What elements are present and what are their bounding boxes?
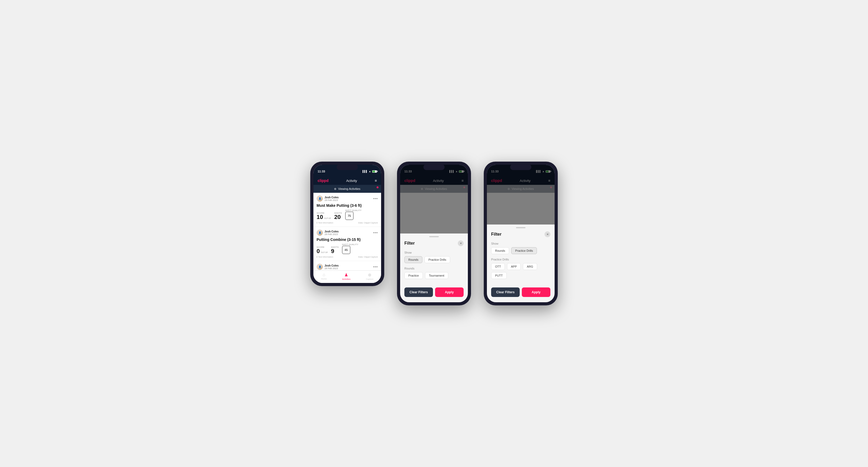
shots-value-2: 9 bbox=[331, 248, 334, 254]
notification-dot bbox=[377, 186, 378, 188]
show-pills-3: Rounds Practice Drills bbox=[491, 247, 550, 254]
pill-arg-3[interactable]: ARG bbox=[523, 263, 537, 270]
header-title: Activity bbox=[346, 179, 357, 183]
phone-screen: 11:33 ▌▌▌ ▲ clippd Activity ≡ ⚙ Viewing … bbox=[313, 165, 381, 283]
nav-activities[interactable]: ♟ Activities bbox=[342, 272, 351, 280]
info-text-2: ℹ Test Information bbox=[317, 256, 333, 258]
shots-stat-1: Shots 20 bbox=[334, 212, 342, 220]
shots-value-1: 20 bbox=[334, 214, 341, 220]
card-footer-1: ℹ Test Information Data: Clippd Capture bbox=[317, 222, 378, 224]
filter-sheet-3: Filter ✕ Show Rounds Practice Drills Pra… bbox=[487, 224, 555, 302]
capture-icon: ⊕ bbox=[368, 272, 371, 277]
phone-1: 11:33 ▌▌▌ ▲ clippd Activity ≡ ⚙ Viewing … bbox=[310, 162, 384, 286]
pill-tournament-2[interactable]: Tournament bbox=[425, 272, 448, 279]
menu-icon[interactable]: ≡ bbox=[375, 179, 377, 183]
pill-putt-3[interactable]: PUTT bbox=[491, 272, 507, 279]
apply-button-2[interactable]: Apply bbox=[435, 287, 464, 297]
scene: 11:33 ▌▌▌ ▲ clippd Activity ≡ ⚙ Viewing … bbox=[300, 146, 568, 321]
signal-icon: ▌▌▌ bbox=[363, 170, 368, 173]
viewing-banner[interactable]: ⚙ Viewing Activities bbox=[313, 185, 381, 193]
clear-filters-button-3[interactable]: Clear Filters bbox=[491, 287, 520, 297]
status-icons: ▌▌▌ ▲ bbox=[363, 170, 377, 173]
score-stat-1: Score 10 OUT OF bbox=[317, 212, 331, 220]
avatar-image-2: 👤 bbox=[317, 230, 323, 236]
avatar-image-3: 👤 bbox=[317, 264, 323, 270]
user-details-2: Josh Coles 28 Feb 2023 bbox=[324, 230, 339, 236]
user-date-2: 28 Feb 2023 bbox=[324, 233, 339, 236]
sq-label-1: Shot Quality bbox=[345, 209, 362, 212]
filter-header-2: Filter ✕ bbox=[400, 237, 468, 249]
phone-3: 11:33 ▌▌▌ ▲ clippd Activity ≡ ⚙ Viewing … bbox=[484, 162, 558, 305]
more-options-1[interactable]: ••• bbox=[373, 196, 378, 201]
user-details-3: Josh Coles 28 Feb 2023 bbox=[324, 264, 339, 270]
user-info-2: 👤 Josh Coles 28 Feb 2023 bbox=[317, 229, 339, 236]
out-of-1: OUT OF bbox=[324, 217, 331, 219]
pill-practice-2[interactable]: Practice bbox=[404, 272, 423, 279]
sq-stat-2: Shot Quality 45 bbox=[342, 243, 359, 254]
more-options-3[interactable]: ••• bbox=[373, 265, 378, 269]
card-footer-2: ℹ Test Information Data: Clippd Capture bbox=[317, 256, 378, 258]
shots-stat-2: Shots 9 bbox=[331, 246, 339, 254]
score-stat-2: Score 0 OUT OF bbox=[317, 246, 328, 254]
user-name-1: Josh Coles bbox=[324, 196, 339, 199]
pill-rounds-3[interactable]: Rounds bbox=[491, 247, 509, 254]
pill-practice-drills-3[interactable]: Practice Drills bbox=[511, 247, 537, 254]
info-text-1: ℹ Test Information bbox=[317, 222, 333, 224]
wifi-icon: ▲ bbox=[369, 170, 371, 173]
avatar-2: 👤 bbox=[317, 229, 323, 236]
apply-button-3[interactable]: Apply bbox=[522, 287, 550, 297]
status-time: 11:33 bbox=[318, 170, 325, 173]
data-source-1: Data: Clippd Capture bbox=[358, 222, 378, 224]
activity-title-2: Putting Combine (3-15 ft) bbox=[317, 238, 378, 242]
nav-capture-label: Capture bbox=[366, 278, 373, 280]
info-icon-1: ℹ bbox=[317, 222, 317, 224]
close-button-3[interactable]: ✕ bbox=[545, 231, 550, 237]
data-source-2: Data: Clippd Capture bbox=[358, 256, 378, 258]
user-name-3: Josh Coles bbox=[324, 264, 339, 267]
score-value-1: 10 bbox=[317, 214, 323, 220]
filter-sheet-2: Filter ✕ Show Rounds Practice Drills Rou… bbox=[400, 234, 468, 302]
filter-body-3: Show Rounds Practice Drills Practice Dri… bbox=[487, 240, 555, 285]
nav-capture[interactable]: ⊕ Capture bbox=[366, 272, 373, 280]
bottom-nav: ⌂ Home ♟ Activities ⊕ Capture bbox=[313, 271, 381, 283]
user-details-1: Josh Coles 28 Feb 2023 bbox=[324, 196, 339, 201]
show-label-3: Show bbox=[491, 242, 550, 245]
clear-filters-button-2[interactable]: Clear Filters bbox=[404, 287, 433, 297]
nav-activities-label: Activities bbox=[342, 278, 351, 280]
score-group-1: 10 OUT OF bbox=[317, 214, 331, 220]
activity-card-2[interactable]: 👤 Josh Coles 28 Feb 2023 ••• Putting Com… bbox=[313, 227, 381, 261]
pill-rounds-2[interactable]: Rounds bbox=[404, 256, 422, 263]
score-value-2: 0 bbox=[317, 248, 320, 254]
filter-icon: ⚙ bbox=[334, 187, 336, 190]
user-date-3: 28 Feb 2023 bbox=[324, 267, 339, 270]
score-group-2: 0 OUT OF bbox=[317, 248, 328, 254]
card-header-2: 👤 Josh Coles 28 Feb 2023 ••• bbox=[317, 229, 378, 236]
filter-body-2: Show Rounds Practice Drills Rounds Pract… bbox=[400, 249, 468, 285]
drills-label-3: Practice Drills bbox=[491, 258, 550, 261]
pill-practice-drills-2[interactable]: Practice Drills bbox=[425, 256, 450, 263]
user-name-2: Josh Coles bbox=[324, 230, 339, 233]
pill-app-3[interactable]: APP bbox=[507, 263, 521, 270]
user-info-1: 👤 Josh Coles 28 Feb 2023 bbox=[317, 195, 339, 202]
activity-title-1: Must Make Putting (3-6 ft) bbox=[317, 204, 378, 208]
avatar-1: 👤 bbox=[317, 195, 323, 202]
activity-card-1[interactable]: 👤 Josh Coles 28 Feb 2023 ••• Must Make P… bbox=[313, 193, 381, 227]
filter-title-3: Filter bbox=[491, 232, 501, 237]
app-header: clippd Activity ≡ bbox=[313, 176, 381, 185]
nav-home-label: Home bbox=[321, 278, 327, 280]
rounds-label-2: Rounds bbox=[404, 267, 464, 270]
more-options-2[interactable]: ••• bbox=[373, 230, 378, 235]
close-button-2[interactable]: ✕ bbox=[458, 240, 464, 246]
dynamic-island bbox=[337, 164, 358, 170]
filter-header-3: Filter ✕ bbox=[487, 228, 555, 240]
nav-home[interactable]: ⌂ Home bbox=[321, 272, 327, 280]
stats-row-2: Score 0 OUT OF Shots 9 Shot Quality bbox=[317, 243, 378, 254]
sq-badge-1: 75 bbox=[345, 212, 353, 220]
activity-card-3[interactable]: 👤 Josh Coles 28 Feb 2023 ••• bbox=[313, 261, 381, 271]
show-pills-2: Rounds Practice Drills bbox=[404, 256, 464, 263]
info-icon-2: ℹ bbox=[317, 256, 317, 258]
battery-icon bbox=[372, 170, 377, 173]
pill-ott-3[interactable]: OTT bbox=[491, 263, 505, 270]
home-icon: ⌂ bbox=[323, 272, 325, 277]
sq-badge-2: 45 bbox=[342, 246, 350, 254]
